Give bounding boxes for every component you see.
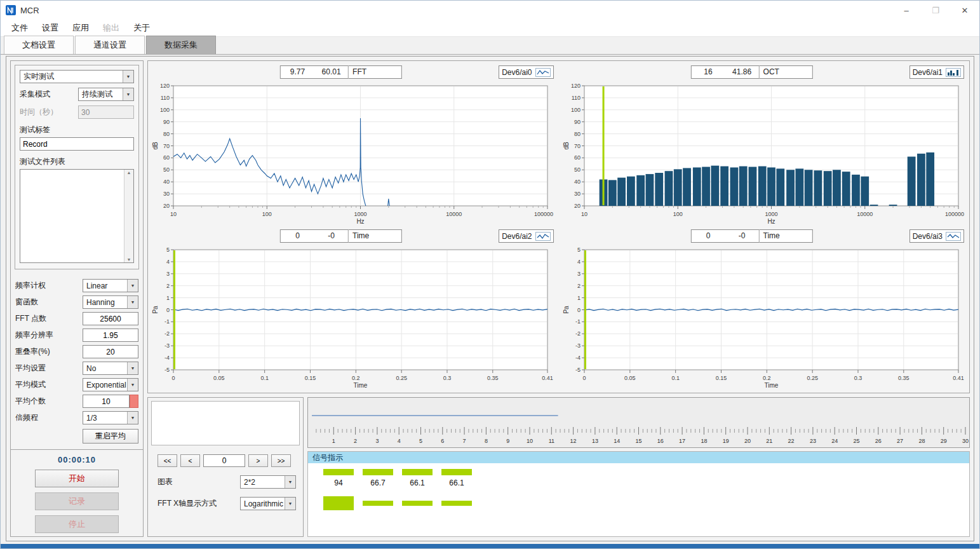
svg-text:20: 20 bbox=[163, 203, 170, 209]
minimize-button[interactable]: – bbox=[892, 1, 921, 20]
svg-text:0.3: 0.3 bbox=[854, 375, 862, 381]
svg-text:10: 10 bbox=[581, 211, 587, 217]
window-function-select[interactable]: Hanning▼ bbox=[83, 295, 138, 309]
cursor-x-readout: 0 bbox=[692, 230, 725, 242]
svg-text:10: 10 bbox=[170, 211, 177, 217]
avg-mode-select[interactable]: Exponential▼ bbox=[83, 378, 138, 391]
menu-application[interactable]: 应用 bbox=[65, 19, 96, 37]
test-file-listbox[interactable]: ▲ ▼ bbox=[20, 169, 134, 263]
svg-text:Pa: Pa bbox=[563, 306, 570, 314]
timer-display: 00:00:10 bbox=[11, 455, 143, 464]
channel-selector[interactable]: Dev6/ai0 bbox=[499, 65, 553, 79]
time-plot-ai2[interactable]: -5-4-3-2-101234500.050.10.150.20.250.30.… bbox=[151, 245, 556, 390]
signal-meter-row1: 94 66.7 66.1 bbox=[308, 469, 969, 487]
signal-level-bar bbox=[363, 469, 393, 475]
svg-text:23: 23 bbox=[810, 438, 816, 444]
svg-text:0: 0 bbox=[171, 375, 175, 381]
tab-data-acquisition[interactable]: 数据采集 bbox=[146, 36, 216, 54]
svg-text:dB: dB bbox=[563, 142, 570, 150]
restart-average-button[interactable]: 重启平均 bbox=[83, 429, 138, 444]
chart-layout-select[interactable]: 2*2 ▼ bbox=[240, 475, 296, 489]
svg-text:28: 28 bbox=[918, 438, 925, 444]
file-list-body[interactable] bbox=[20, 170, 124, 262]
line-chart-icon bbox=[535, 232, 551, 241]
svg-text:1: 1 bbox=[577, 295, 580, 301]
window-bottom-accent bbox=[1, 544, 979, 548]
nav-last-button[interactable]: >> bbox=[271, 454, 291, 467]
overlap-label: 重叠率(%) bbox=[15, 346, 50, 357]
test-label-input[interactable] bbox=[20, 137, 134, 151]
signal-value: 66.7 bbox=[363, 478, 393, 487]
record-button[interactable]: 记录 bbox=[35, 492, 119, 510]
svg-text:1000: 1000 bbox=[354, 211, 366, 217]
svg-text:30: 30 bbox=[962, 438, 969, 444]
acquisition-sidebar: 实时测试 ▼ 采集模式 持续测试 ▼ 时间（秒） 测试标签 测试文件列表 bbox=[10, 60, 144, 537]
svg-text:0: 0 bbox=[166, 307, 170, 313]
octave-select[interactable]: 1/3▼ bbox=[83, 411, 138, 424]
acq-mode-label: 采集模式 bbox=[20, 89, 50, 100]
display-controls-panel: << < > >> 图表 2*2 ▼ FFT X轴显示方式 bbox=[147, 397, 304, 537]
overlap-input[interactable] bbox=[83, 345, 138, 358]
signal-meter: 66.1 bbox=[441, 469, 472, 487]
line-chart-icon bbox=[946, 232, 961, 241]
maximize-button[interactable]: ❐ bbox=[921, 1, 950, 20]
bottom-row: << < > >> 图表 2*2 ▼ FFT X轴显示方式 bbox=[147, 397, 970, 537]
record-overview-strip[interactable]: 1234567891011121314151617181920212223242… bbox=[307, 397, 970, 448]
svg-text:100000: 100000 bbox=[944, 211, 963, 217]
tab-channel-settings[interactable]: 通道设置 bbox=[75, 36, 145, 54]
file-list-scrollbar[interactable]: ▲ ▼ bbox=[124, 170, 133, 262]
fft-xaxis-select[interactable]: Logarithmic ▼ bbox=[240, 497, 296, 510]
chevron-down-icon: ▼ bbox=[127, 379, 138, 391]
chevron-down-icon: ▼ bbox=[285, 498, 295, 510]
chart-kind-box: FFT bbox=[349, 65, 402, 79]
time-plot-ai3[interactable]: -5-4-3-2-101234500.050.10.150.20.250.30.… bbox=[561, 245, 967, 390]
signal-meter: 94 bbox=[323, 469, 354, 487]
stop-button[interactable]: 停止 bbox=[35, 515, 119, 533]
channel-selector[interactable]: Dev6/ai1 bbox=[910, 65, 964, 79]
signal-meter: 66.1 bbox=[402, 469, 433, 487]
avg-count-input[interactable] bbox=[83, 395, 130, 408]
oct-plot[interactable]: 2030405060708090100110120101001000100001… bbox=[561, 81, 967, 226]
svg-text:120: 120 bbox=[160, 83, 170, 89]
svg-text:Time: Time bbox=[354, 382, 368, 389]
chevron-down-icon: ▼ bbox=[127, 296, 138, 308]
channel-selector[interactable]: Dev6/ai2 bbox=[499, 229, 553, 243]
signal-meter2-1 bbox=[363, 501, 393, 506]
svg-text:3: 3 bbox=[375, 438, 379, 444]
time-chart-panel-ai3: 0 -0 Time Dev6/ai3 -5-4-3-2-101234 bbox=[561, 226, 967, 390]
fft-points-input[interactable] bbox=[83, 312, 138, 325]
freq-resolution-label: 频率分辨率 bbox=[15, 330, 53, 341]
svg-text:11: 11 bbox=[549, 438, 554, 444]
svg-text:29: 29 bbox=[941, 438, 947, 444]
nav-index-input[interactable] bbox=[203, 454, 245, 467]
nav-next-button[interactable]: > bbox=[248, 454, 268, 467]
svg-text:15: 15 bbox=[635, 438, 641, 444]
menu-about[interactable]: 关于 bbox=[126, 19, 157, 37]
channel-selector[interactable]: Dev6/ai3 bbox=[910, 229, 964, 243]
avg-setting-select[interactable]: No▼ bbox=[83, 362, 138, 375]
scroll-up-icon[interactable]: ▲ bbox=[127, 170, 131, 175]
menu-settings[interactable]: 设置 bbox=[35, 19, 65, 37]
svg-text:5: 5 bbox=[577, 247, 580, 253]
svg-text:20: 20 bbox=[574, 203, 580, 209]
freq-weighting-select[interactable]: Linear▼ bbox=[83, 279, 138, 292]
fft-chart-panel: 9.77 60.01 FFT Dev6/ai0 2030405060 bbox=[151, 62, 556, 226]
fft-points-label: FFT 点数 bbox=[15, 313, 46, 324]
fft-plot[interactable]: 2030405060708090100110120101001000100001… bbox=[151, 81, 556, 226]
menu-file[interactable]: 文件 bbox=[4, 19, 35, 37]
test-label-label: 测试标签 bbox=[20, 125, 134, 135]
cursor-x-readout: 9.77 bbox=[281, 66, 314, 78]
scroll-down-icon[interactable]: ▼ bbox=[127, 257, 131, 262]
nav-first-button[interactable]: << bbox=[158, 454, 177, 467]
svg-text:5: 5 bbox=[166, 247, 170, 253]
acq-mode-select[interactable]: 持续测试 ▼ bbox=[78, 88, 134, 101]
svg-text:0: 0 bbox=[577, 307, 580, 313]
test-mode-select[interactable]: 实时测试 ▼ bbox=[20, 70, 134, 83]
tab-document-settings[interactable]: 文档设置 bbox=[4, 36, 74, 54]
cursor-y-readout: 41.86 bbox=[725, 66, 759, 78]
freq-resolution-input[interactable] bbox=[83, 329, 138, 342]
start-button[interactable]: 开始 bbox=[35, 470, 119, 487]
cursor-x-readout: 16 bbox=[692, 66, 725, 78]
nav-prev-button[interactable]: < bbox=[180, 454, 200, 467]
close-button[interactable]: ✕ bbox=[950, 1, 979, 20]
